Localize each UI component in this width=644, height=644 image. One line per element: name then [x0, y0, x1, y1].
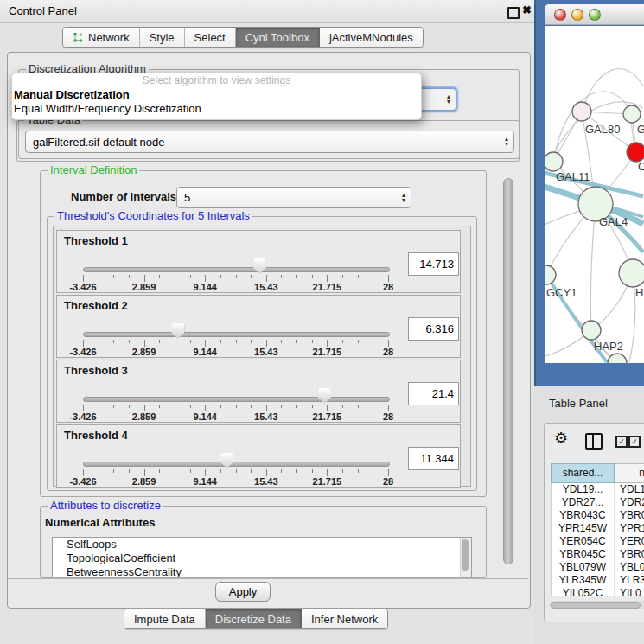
attribute-list-item[interactable]: BetweennessCentrality — [53, 565, 471, 577]
table-row[interactable]: YDR27...YDR2 — [552, 496, 644, 509]
tick-label: 2.859 — [132, 347, 156, 357]
table-panel-area: Table Panel ⚙ ✓ ✓ shared... na YDL19...Y… — [534, 386, 644, 644]
table-row[interactable]: YBR045CYBR0 — [552, 548, 644, 561]
algorithm-dropdown: Select algorithm to view settings Manual… — [11, 73, 422, 120]
cell-name[interactable]: YER0 — [615, 535, 644, 548]
table-row[interactable]: YBR043CYBR0 — [552, 509, 644, 522]
network-node[interactable] — [545, 265, 556, 284]
tick-mark — [296, 405, 297, 408]
cell-name[interactable]: YDL1 — [615, 483, 644, 496]
cell-name[interactable]: YBR0 — [615, 509, 644, 522]
close-traffic-light-icon[interactable] — [554, 9, 566, 21]
table-horizontal-scrollbar[interactable] — [549, 601, 644, 609]
threshold-value-field[interactable]: 14.713 — [408, 252, 459, 276]
table-row[interactable]: YIL052CYIL0 — [552, 587, 644, 596]
columns-icon-divider — [592, 435, 594, 448]
tick-mark — [83, 275, 84, 282]
attribute-list-item[interactable]: SelfLoops — [53, 538, 471, 552]
minimize-traffic-light-icon[interactable] — [571, 9, 583, 21]
threshold-panel-3: Threshold 3 -3.4262.8599.14415.4321.7152… — [56, 360, 461, 423]
scrollbar-thumb[interactable] — [551, 602, 641, 609]
cell-name[interactable]: YLR3 — [615, 574, 644, 587]
network-view-window[interactable]: GAL80GACGAL11GAL4GCY1HHAP2 — [534, 0, 644, 386]
threshold-value-field[interactable]: 11.344 — [408, 447, 459, 470]
column-header-shared-name[interactable]: shared... — [551, 463, 615, 483]
table-row[interactable]: YPR145WYPR1 — [552, 522, 644, 535]
table-row[interactable]: YER054CYER0 — [552, 535, 644, 548]
close-icon[interactable]: ✖ — [522, 3, 532, 16]
slider-track[interactable] — [83, 267, 390, 272]
attribute-list-item[interactable]: TopologicalCoefficient — [53, 552, 471, 565]
tab-infer-network[interactable]: Infer Network — [302, 609, 387, 628]
tab-impute-data[interactable]: Impute Data — [124, 609, 206, 628]
cell-shared-name[interactable]: YBL079W — [552, 561, 615, 574]
tick-mark — [266, 340, 267, 347]
cell-shared-name[interactable]: YPR145W — [552, 522, 615, 535]
network-node[interactable] — [582, 321, 601, 340]
tab-style[interactable]: Style — [140, 28, 185, 47]
network-window-titlebar[interactable] — [545, 4, 644, 25]
tab-network[interactable]: Network — [63, 28, 140, 47]
slider-track[interactable] — [83, 332, 390, 337]
thresholds-container: Threshold 1 -3.4262.8599.14415.4321.7152… — [53, 226, 471, 487]
cell-name[interactable]: YBL0 — [615, 561, 644, 574]
cell-shared-name[interactable]: YIL052C — [552, 587, 615, 596]
network-edge[interactable] — [582, 69, 643, 112]
gear-icon[interactable]: ⚙ — [554, 429, 568, 448]
scrollbar-thumb[interactable] — [462, 539, 469, 571]
tab-jactivemnodules[interactable]: jActiveMNodules — [320, 28, 423, 47]
tab-select[interactable]: Select — [185, 28, 236, 47]
table-row[interactable]: YBL079WYBL0 — [552, 561, 644, 574]
scrollbar-thumb[interactable] — [503, 178, 513, 564]
num-intervals-combo[interactable]: 5 ▴▾ — [176, 187, 411, 208]
cell-shared-name[interactable]: YDL19... — [552, 483, 615, 496]
column-header-name[interactable]: na — [615, 463, 644, 483]
cell-shared-name[interactable]: YBR043C — [552, 509, 615, 522]
cell-name[interactable]: YDR2 — [615, 496, 644, 509]
cell-shared-name[interactable]: YBR045C — [552, 548, 615, 561]
threshold-value-field[interactable]: 21.4 — [408, 382, 459, 405]
threshold-value-field[interactable]: 6.316 — [408, 317, 459, 341]
cell-name[interactable]: YPR1 — [615, 522, 644, 535]
table-data-combo[interactable]: galFiltered.sif default node ▴▾ — [25, 131, 514, 153]
table-row[interactable]: YDL19...YDL1 — [552, 483, 644, 496]
threshold-label: Threshold 2 — [64, 299, 128, 312]
network-node[interactable] — [608, 354, 627, 363]
cell-shared-name[interactable]: YLR345W — [552, 574, 615, 587]
list-scrollbar[interactable] — [460, 538, 471, 577]
network-node[interactable] — [623, 105, 641, 123]
tick-mark — [236, 340, 237, 343]
checkbox-icon[interactable]: ✓ — [628, 436, 641, 448]
checkbox-icon[interactable]: ✓ — [615, 436, 628, 448]
panel-vertical-scrollbar[interactable] — [501, 126, 513, 578]
slider-track[interactable] — [83, 462, 390, 467]
table-row[interactable]: YLR345WYLR3 — [552, 574, 644, 587]
network-node[interactable] — [619, 259, 644, 287]
tick-mark — [312, 340, 313, 343]
cell-name[interactable]: YIL0 — [615, 587, 641, 596]
dropdown-option-equal-width[interactable]: Equal Width/Frequency Discretization — [12, 102, 421, 116]
tick-mark — [190, 405, 191, 408]
cell-shared-name[interactable]: YER054C — [552, 535, 615, 548]
tick-label: -3.426 — [69, 476, 96, 487]
network-node[interactable] — [572, 102, 591, 121]
tab-cyni-toolbox[interactable]: Cyni Toolbox — [236, 28, 320, 47]
slider-track[interactable] — [83, 397, 390, 402]
apply-button[interactable]: Apply — [215, 582, 271, 602]
tick-mark — [175, 275, 175, 278]
network-canvas[interactable]: GAL80GACGAL11GAL4GCY1HHAP2 — [545, 26, 644, 363]
cell-shared-name[interactable]: YDR27... — [552, 496, 615, 509]
columns-icon[interactable] — [585, 433, 603, 450]
float-window-icon[interactable] — [507, 7, 520, 19]
tick-mark — [388, 275, 389, 282]
thresholds-group-title: Threshold's Coordinates for 5 Intervals — [54, 210, 252, 222]
network-node[interactable] — [545, 152, 563, 171]
zoom-traffic-light-icon[interactable] — [589, 9, 601, 21]
dropdown-option-manual[interactable]: Manual Discretization — [12, 88, 421, 102]
network-node[interactable] — [627, 143, 644, 162]
numerical-attributes-list[interactable]: SelfLoopsTopologicalCoefficientBetweenne… — [52, 537, 472, 577]
tick-mark — [388, 469, 389, 476]
network-edge[interactable] — [590, 204, 596, 330]
tab-discretize-data[interactable]: Discretize Data — [206, 609, 302, 628]
cell-name[interactable]: YBR0 — [615, 548, 644, 561]
